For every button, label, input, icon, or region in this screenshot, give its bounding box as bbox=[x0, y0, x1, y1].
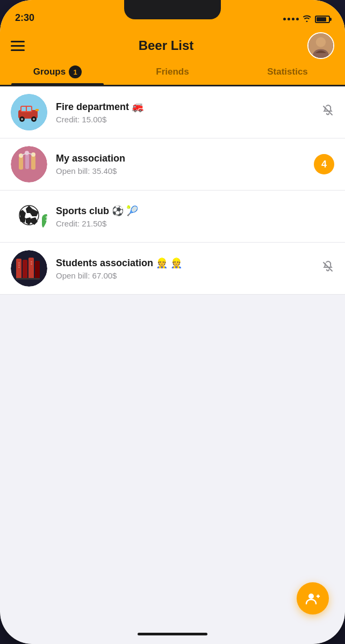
time-badge-sports: 12 min. bbox=[42, 214, 47, 229]
notch bbox=[124, 0, 221, 19]
page-title: Beer List bbox=[139, 38, 194, 53]
group-action-students[interactable] bbox=[321, 260, 334, 276]
avatar[interactable] bbox=[307, 32, 334, 59]
svg-rect-31 bbox=[28, 258, 34, 279]
group-name-assoc: My association bbox=[56, 153, 308, 164]
group-avatar-sports: 12 min. bbox=[11, 198, 47, 235]
group-name-sports: Sports club ⚽ 🎾 bbox=[56, 205, 329, 217]
svg-rect-29 bbox=[16, 259, 21, 279]
phone-frame: 2:30 bbox=[0, 0, 345, 644]
tab-bar: Groups 1 Friends Statistics bbox=[0, 59, 345, 85]
group-item-sports-club[interactable]: 12 min. Sports club ⚽ 🎾 Credit: 21.50$ bbox=[0, 191, 345, 243]
tab-statistics-label: Statistics bbox=[267, 67, 308, 77]
group-action-assoc[interactable]: 4 bbox=[314, 154, 334, 174]
status-time: 2:30 bbox=[15, 12, 34, 24]
tab-friends-label: Friends bbox=[156, 67, 189, 77]
avatar-image bbox=[308, 33, 333, 58]
svg-rect-30 bbox=[23, 260, 27, 279]
content-area: Fire department 🚒 Credit: 15.00$ bbox=[0, 86, 345, 295]
app-header: Beer List bbox=[0, 28, 345, 59]
svg-point-9 bbox=[21, 118, 23, 120]
group-sub-sports: Credit: 21.50$ bbox=[56, 219, 329, 228]
group-info-sports: Sports club ⚽ 🎾 Credit: 21.50$ bbox=[56, 205, 329, 228]
hamburger-line bbox=[11, 45, 25, 47]
svg-point-11 bbox=[33, 118, 35, 120]
bell-muted-icon-students bbox=[321, 262, 334, 276]
svg-rect-12 bbox=[35, 109, 39, 111]
svg-point-1 bbox=[316, 37, 326, 47]
status-icons bbox=[283, 14, 330, 24]
group-info-assoc: My association Open bill: 35.40$ bbox=[56, 153, 308, 175]
tab-statistics[interactable]: Statistics bbox=[230, 65, 345, 85]
group-item-fire-department[interactable]: Fire department 🚒 Credit: 15.00$ bbox=[0, 86, 345, 138]
group-avatar-students bbox=[11, 250, 47, 287]
signal-icon bbox=[283, 18, 299, 20]
group-sub-fire: Credit: 15.00$ bbox=[56, 115, 316, 124]
group-avatar-fire bbox=[11, 94, 47, 130]
group-action-fire[interactable] bbox=[321, 104, 334, 120]
svg-rect-6 bbox=[21, 107, 26, 111]
svg-rect-14 bbox=[19, 157, 23, 170]
svg-rect-33 bbox=[16, 278, 40, 280]
bell-muted-icon bbox=[321, 106, 334, 120]
group-sub-assoc: Open bill: 35.40$ bbox=[56, 166, 308, 175]
menu-button[interactable] bbox=[11, 41, 25, 51]
battery-icon bbox=[315, 16, 330, 23]
hamburger-line bbox=[11, 41, 25, 42]
group-name-fire: Fire department 🚒 bbox=[56, 101, 316, 113]
hamburger-line bbox=[11, 49, 25, 51]
group-item-my-association[interactable]: My association Open bill: 35.40$ 4 bbox=[0, 138, 345, 191]
fab-add-group[interactable] bbox=[297, 582, 329, 614]
group-info-fire: Fire department 🚒 Credit: 15.00$ bbox=[56, 101, 316, 124]
group-sub-students: Open bill: 67.00$ bbox=[56, 271, 316, 280]
group-avatar-assoc bbox=[11, 146, 47, 182]
wifi-icon bbox=[302, 14, 312, 24]
group-info-students: Students association 👷 👷 Open bill: 67.0… bbox=[56, 257, 316, 280]
notification-badge-assoc: 4 bbox=[314, 154, 334, 174]
svg-rect-16 bbox=[31, 156, 35, 170]
tab-groups-label: Groups bbox=[33, 67, 66, 77]
svg-rect-15 bbox=[25, 154, 29, 169]
tab-groups-badge: 1 bbox=[69, 65, 82, 78]
phone-screen: 2:30 bbox=[0, 0, 345, 644]
svg-point-39 bbox=[308, 594, 314, 599]
svg-rect-32 bbox=[35, 261, 40, 279]
group-name-students: Students association 👷 👷 bbox=[56, 257, 316, 269]
home-indicator bbox=[138, 633, 207, 635]
tab-friends[interactable]: Friends bbox=[115, 65, 230, 85]
group-item-students[interactable]: Students association 👷 👷 Open bill: 67.0… bbox=[0, 243, 345, 295]
svg-rect-7 bbox=[27, 107, 31, 111]
tab-groups[interactable]: Groups 1 bbox=[0, 65, 115, 85]
